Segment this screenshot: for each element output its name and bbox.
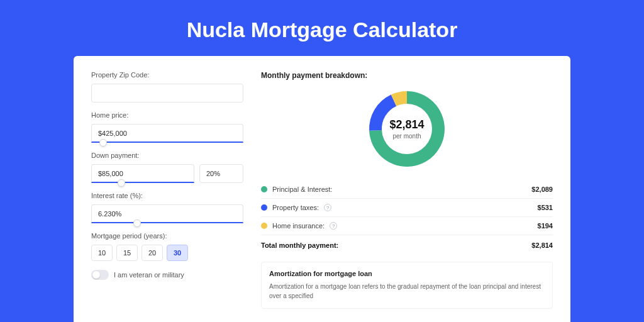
slider-thumb-icon[interactable] (99, 139, 107, 147)
page-title: Nucla Mortgage Calculator (0, 0, 644, 56)
veteran-toggle[interactable] (91, 270, 109, 280)
legend-value: $2,089 (531, 186, 553, 193)
legend-dot-icon (261, 204, 267, 211)
down-payment-label: Down payment: (91, 152, 243, 159)
down-payment-amount-input[interactable] (91, 164, 194, 183)
zip-field-block: Property Zip Code: (91, 71, 243, 103)
legend-label: Property taxes: (272, 204, 319, 211)
total-row: Total monthly payment: $2,814 (261, 235, 553, 258)
interest-rate-field-block: Interest rate (%): (91, 192, 243, 223)
interest-rate-label: Interest rate (%): (91, 192, 243, 199)
legend-value: $194 (538, 222, 553, 230)
amortization-section: Amortization for mortgage loan Amortizat… (261, 262, 553, 309)
legend-dot-icon (261, 223, 267, 229)
down-payment-field-block: Down payment: (91, 152, 243, 183)
donut-chart: $2,814 per month (367, 89, 447, 169)
info-icon[interactable]: ? (330, 222, 337, 230)
donut-center: $2,814 per month (367, 89, 447, 169)
legend-dot-icon (261, 186, 267, 192)
donut-chart-area: $2,814 per month (261, 89, 553, 169)
home-price-field-block: Home price: (91, 111, 243, 143)
legend-list: Principal & Interest:$2,089Property taxe… (261, 180, 553, 235)
legend-left: Principal & Interest: (261, 186, 332, 193)
breakdown-column: Monthly payment breakdown: $2,814 per mo… (261, 71, 553, 322)
veteran-toggle-row: I am veteran or military (91, 270, 243, 280)
legend-row: Property taxes:?$531 (261, 199, 553, 217)
breakdown-heading: Monthly payment breakdown: (261, 71, 553, 80)
toggle-knob-icon (92, 271, 100, 279)
total-label: Total monthly payment: (261, 242, 338, 249)
mortgage-period-option-30[interactable]: 30 (167, 245, 188, 261)
mortgage-period-option-10[interactable]: 10 (91, 245, 113, 261)
calculator-card: Property Zip Code: Home price: Down paym… (74, 56, 570, 322)
legend-left: Property taxes:? (261, 204, 331, 211)
amortization-text: Amortization for a mortgage loan refers … (269, 282, 545, 301)
donut-center-value: $2,814 (389, 118, 424, 131)
legend-row: Principal & Interest:$2,089 (261, 180, 553, 199)
legend-left: Home insurance:? (261, 222, 337, 230)
home-price-input[interactable] (91, 124, 243, 143)
mortgage-period-label: Mortgage period (years): (91, 232, 243, 240)
zip-input[interactable] (91, 84, 243, 103)
zip-label: Property Zip Code: (91, 71, 243, 79)
legend-value: $531 (538, 204, 553, 211)
amortization-title: Amortization for mortgage loan (269, 270, 545, 277)
mortgage-period-field-block: Mortgage period (years): 10152030 (91, 232, 243, 261)
slider-thumb-icon[interactable] (133, 219, 141, 227)
home-price-label: Home price: (91, 111, 243, 119)
legend-row: Home insurance:?$194 (261, 217, 553, 235)
interest-rate-input[interactable] (91, 204, 243, 223)
legend-label: Home insurance: (272, 222, 325, 230)
down-payment-percent-input[interactable] (199, 164, 243, 183)
inputs-column: Property Zip Code: Home price: Down paym… (91, 71, 243, 322)
slider-thumb-icon[interactable] (118, 179, 125, 187)
legend-label: Principal & Interest: (272, 186, 332, 193)
veteran-toggle-label: I am veteran or military (114, 271, 184, 279)
info-icon[interactable]: ? (324, 204, 331, 211)
donut-center-sub: per month (392, 133, 421, 140)
mortgage-period-options: 10152030 (91, 245, 243, 261)
mortgage-period-option-15[interactable]: 15 (116, 245, 138, 261)
mortgage-period-option-20[interactable]: 20 (142, 245, 163, 261)
total-value: $2,814 (531, 242, 553, 249)
